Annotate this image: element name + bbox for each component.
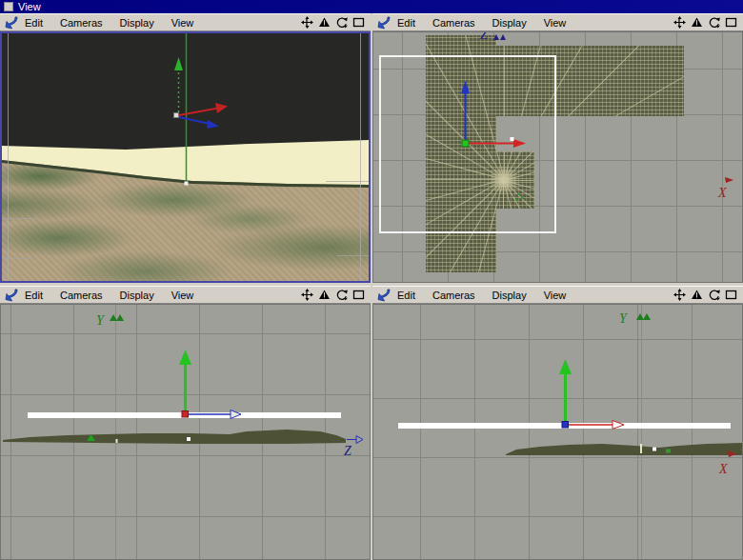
gizmo-z-axis[interactable] <box>179 117 210 124</box>
selection-rectangle <box>379 55 556 233</box>
viewport-top: Edit Cameras Display View Z X <box>372 13 743 283</box>
zoom-extents-icon[interactable] <box>690 289 704 301</box>
gizmo-z-arrowhead[interactable] <box>207 120 219 129</box>
axis-label-y: Y <box>96 314 104 328</box>
maximize-viewport-icon[interactable] <box>724 16 738 29</box>
gizmo-center[interactable] <box>174 113 179 118</box>
selection-plane-edge <box>28 412 341 418</box>
viewport-menubar: Edit Cameras Display View <box>372 286 743 304</box>
top-view-scene[interactable]: Z X <box>372 31 743 283</box>
gizmo-y-arrowhead[interactable] <box>174 57 183 70</box>
axis-label-y: Y <box>619 312 627 326</box>
transform-gizmo-front[interactable] <box>373 305 743 560</box>
axis-label-x: X <box>718 187 727 200</box>
window-titlebar: View <box>0 0 743 13</box>
viewport-front: Edit Cameras Display View Y X <box>372 286 743 560</box>
viewport-menubar: Edit Cameras Display View <box>0 13 371 31</box>
z-axis-marker <box>500 34 506 40</box>
gizmo-y-arrowhead[interactable] <box>179 350 191 365</box>
terrain-profile <box>1 305 370 559</box>
rotate-view-icon[interactable] <box>334 289 349 301</box>
menu-cameras[interactable]: Cameras <box>60 17 103 29</box>
menu-edit[interactable]: Edit <box>397 17 415 29</box>
axis-label-x: X <box>719 463 728 476</box>
menu-display[interactable]: Display <box>492 17 527 29</box>
menu-display[interactable]: Display <box>120 17 154 29</box>
menu-view[interactable]: View <box>544 17 567 29</box>
maximize-viewport-icon[interactable] <box>351 289 366 301</box>
grid-line-segment <box>2 218 38 219</box>
terrain-profile <box>373 305 742 559</box>
x-axis-marker <box>725 177 733 183</box>
y-axis-marker <box>116 314 124 321</box>
camera-pointer-icon[interactable] <box>4 289 19 302</box>
pan-move-icon[interactable] <box>300 289 314 301</box>
rotate-view-icon[interactable] <box>707 289 721 301</box>
zoom-extents-icon[interactable] <box>317 289 331 301</box>
axis-label-z: Z <box>344 445 351 458</box>
zoom-extents-icon[interactable] <box>690 16 704 29</box>
gizmo-y-arrowhead[interactable] <box>559 359 572 374</box>
viewport-menubar: Edit Cameras Display View <box>0 286 371 304</box>
frame-line-right <box>360 33 361 281</box>
y-axis-line <box>115 305 116 559</box>
menu-cameras[interactable]: Cameras <box>60 290 103 301</box>
window-icon <box>4 2 13 11</box>
rotate-view-icon[interactable] <box>334 16 349 29</box>
menu-cameras[interactable]: Cameras <box>432 17 475 29</box>
menu-display[interactable]: Display <box>492 290 527 301</box>
maximize-viewport-icon[interactable] <box>724 289 738 301</box>
perspective-scene[interactable] <box>0 31 371 283</box>
grid-line-segment <box>337 255 371 256</box>
y-axis-marker <box>636 313 644 320</box>
application-window: View Edit Cameras Display View <box>0 0 743 560</box>
pan-move-icon[interactable] <box>673 289 687 301</box>
z-axis-marker <box>356 436 363 444</box>
axis-label-z: Z <box>480 31 488 42</box>
menu-cameras[interactable]: Cameras <box>432 290 475 301</box>
menu-edit[interactable]: Edit <box>25 17 43 29</box>
grid-line-segment <box>2 258 33 259</box>
camera-pointer-icon[interactable] <box>4 16 19 30</box>
side-view-scene[interactable]: Y Z <box>0 304 371 560</box>
rotate-view-icon[interactable] <box>707 16 721 29</box>
viewport-perspective: Edit Cameras Display View <box>0 13 371 283</box>
menu-edit[interactable]: Edit <box>25 290 43 301</box>
y-axis-line <box>641 305 642 559</box>
maximize-viewport-icon[interactable] <box>351 16 366 29</box>
camera-pointer-icon[interactable] <box>376 289 392 302</box>
menu-display[interactable]: Display <box>120 290 154 301</box>
gizmo-x-axis[interactable] <box>179 109 218 116</box>
viewport-menubar: Edit Cameras Display View <box>372 13 743 31</box>
pan-move-icon[interactable] <box>300 16 314 29</box>
menu-edit[interactable]: Edit <box>397 290 415 301</box>
menu-view[interactable]: View <box>544 290 567 301</box>
menu-view[interactable]: View <box>171 290 194 301</box>
frame-line-left <box>8 33 9 281</box>
grid-line-segment <box>326 181 371 182</box>
gizmo-x-arrowhead[interactable] <box>215 103 228 113</box>
zoom-extents-icon[interactable] <box>317 16 331 29</box>
camera-pointer-icon[interactable] <box>376 16 392 30</box>
selection-plane-edge <box>398 423 731 429</box>
menu-view[interactable]: View <box>171 17 194 29</box>
pan-move-icon[interactable] <box>673 16 687 29</box>
y-axis-marker <box>643 313 651 320</box>
viewport-side: Edit Cameras Display View Y Z <box>0 286 371 560</box>
front-view-scene[interactable]: Y X <box>372 304 743 560</box>
window-title: View <box>18 0 41 13</box>
